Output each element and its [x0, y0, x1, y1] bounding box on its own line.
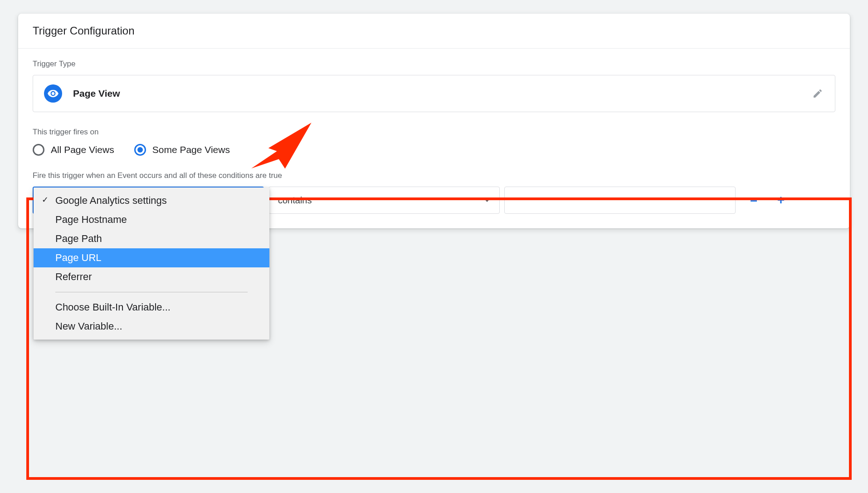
card-title: Trigger Configuration — [18, 14, 850, 49]
conditions-label: Fire this trigger when an Event occurs a… — [33, 171, 835, 180]
dropdown-item-ga-settings[interactable]: Google Analytics settings — [34, 191, 269, 210]
dropdown-item-page-path[interactable]: Page Path — [34, 229, 269, 248]
radio-icon-selected — [134, 144, 146, 156]
trigger-config-card: Trigger Configuration Trigger Type Page … — [18, 14, 850, 228]
radio-all-page-views[interactable]: All Page Views — [33, 144, 114, 156]
trigger-type-info: Page View — [44, 84, 120, 103]
operator-dropdown[interactable]: contains — [268, 187, 500, 214]
variable-dropdown[interactable]: Google Analytics settings Page Hostname … — [33, 187, 264, 214]
add-condition-button[interactable]: + — [772, 191, 790, 209]
remove-condition-button[interactable]: – — [745, 191, 763, 209]
eye-icon — [44, 84, 62, 103]
variable-dropdown-menu: Google Analytics settings Page Hostname … — [34, 187, 269, 340]
edit-trigger-type-button[interactable] — [811, 87, 824, 100]
condition-row: Google Analytics settings Page Hostname … — [33, 187, 835, 214]
fires-on-label: This trigger fires on — [33, 128, 835, 137]
dropdown-item-page-hostname[interactable]: Page Hostname — [34, 210, 269, 229]
condition-value-input[interactable] — [504, 187, 736, 214]
operator-value: contains — [278, 195, 312, 206]
dropdown-divider — [55, 292, 248, 292]
radio-label: All Page Views — [51, 144, 114, 155]
radio-dot-icon — [137, 147, 143, 153]
trigger-type-label: Trigger Type — [33, 59, 835, 69]
trigger-type-selector[interactable]: Page View — [33, 75, 835, 112]
radio-some-page-views[interactable]: Some Page Views — [134, 144, 230, 156]
card-body: Trigger Type Page View This trigger fire… — [18, 49, 850, 228]
dropdown-item-referrer[interactable]: Referrer — [34, 267, 269, 286]
fires-on-radio-group: All Page Views Some Page Views — [33, 144, 835, 156]
radio-icon-unselected — [33, 144, 44, 156]
trigger-type-name: Page View — [73, 88, 120, 99]
dropdown-item-choose-builtin[interactable]: Choose Built-In Variable... — [34, 298, 269, 317]
chevron-down-icon — [484, 198, 490, 202]
dropdown-item-new-variable[interactable]: New Variable... — [34, 317, 269, 336]
dropdown-item-page-url[interactable]: Page URL — [34, 248, 269, 267]
radio-label: Some Page Views — [152, 144, 230, 155]
